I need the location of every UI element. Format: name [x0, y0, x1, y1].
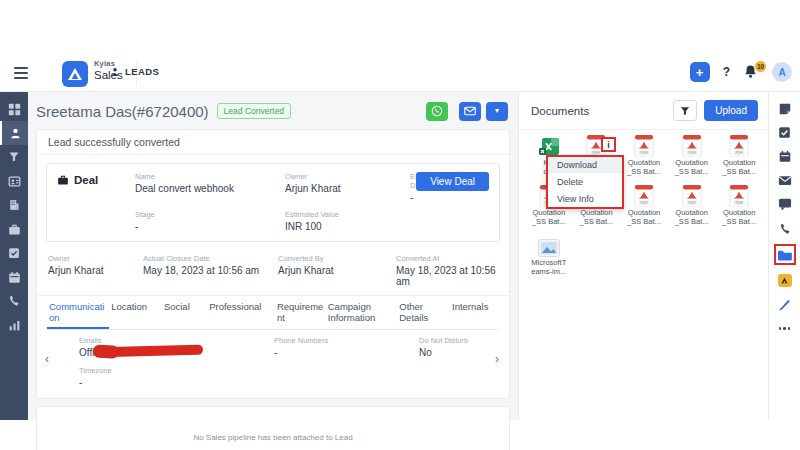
email-button[interactable]	[459, 102, 481, 121]
note-icon	[778, 102, 792, 116]
rail-item-notes[interactable]	[774, 100, 796, 117]
sidebar-item-meetings[interactable]	[0, 265, 28, 289]
sidebar-item-leads[interactable]	[0, 121, 28, 145]
field-value: -	[135, 221, 285, 232]
caret-down-icon: ▾	[495, 107, 499, 115]
document-name: _SS Bat...	[670, 218, 714, 227]
scroll-left-chevron[interactable]: ‹	[45, 352, 49, 366]
deal-bag-icon	[57, 174, 69, 186]
filter-button[interactable]	[673, 100, 697, 121]
rail-item-tasks[interactable]	[774, 124, 796, 141]
tab-campaign-information[interactable]: Campaign Information	[326, 296, 398, 327]
rail-item-meetings[interactable]	[774, 148, 796, 165]
communication-fields: ‹ › Emails Office Phone Numbers- Do Not …	[37, 330, 509, 398]
document-item-image[interactable]: MicrosoftT eams-im...	[525, 234, 573, 280]
rail-item-chat[interactable]	[774, 196, 796, 213]
tab-internals[interactable]: Internals	[450, 296, 499, 316]
tab-communication[interactable]: Communication	[47, 296, 109, 329]
document-name: Quotation	[670, 209, 714, 218]
field-value: May 18, 2023 at 10:56 am	[143, 265, 278, 276]
sidebar-item-calls[interactable]	[0, 289, 28, 313]
sidebar-item-tasks[interactable]	[0, 241, 28, 265]
tab-professional[interactable]: Professional	[207, 296, 275, 316]
whatsapp-icon	[431, 105, 443, 117]
document-item-pdf[interactable]: PDF Quotation _SS Bat...	[668, 184, 716, 230]
document-item-pdf[interactable]: PDF Quotation _SS Bat...	[620, 184, 668, 230]
lead-converted-badge: Lead Converted	[217, 103, 292, 119]
lead-detail-tabs: Communication Location Social Profession…	[47, 296, 499, 330]
rail-item-documents-active[interactable]	[774, 244, 796, 265]
view-deal-button[interactable]: View Deal	[416, 172, 489, 191]
tab-other-details[interactable]: Other Details	[397, 296, 450, 327]
menu-item-view-info[interactable]: View Info	[548, 191, 622, 207]
field-label: Do Not Disturb	[419, 336, 479, 345]
document-name: Quotation	[717, 209, 761, 218]
conversion-alert: Lead successfully converted	[37, 130, 509, 155]
pdf-file-icon: PDF	[634, 134, 654, 157]
folder-icon	[777, 249, 792, 261]
rail-item-calls[interactable]	[774, 220, 796, 237]
field-label: Phone Numbers	[274, 336, 419, 345]
phone-icon	[8, 295, 20, 307]
sidebar-item-contacts[interactable]	[0, 169, 28, 193]
lead-actions: ▾	[426, 102, 508, 121]
add-button[interactable]: +	[690, 62, 710, 82]
rail-item-quotes[interactable]	[774, 296, 796, 313]
sidebar-item-dashboard[interactable]	[0, 97, 28, 121]
upload-button[interactable]: Upload	[704, 100, 758, 121]
svg-text:PDF: PDF	[640, 151, 648, 155]
sidebar-item-companies[interactable]	[0, 193, 28, 217]
documents-title: Documents	[531, 105, 589, 117]
document-item-pdf[interactable]: PDF Quotation _SS Bat...	[715, 184, 763, 230]
building-icon	[8, 199, 20, 211]
image-file-icon	[538, 234, 560, 257]
field-value: Arjun Kharat	[48, 265, 143, 276]
tab-location[interactable]: Location	[109, 296, 162, 316]
menu-item-delete[interactable]: Delete	[548, 174, 622, 190]
funnel-icon	[8, 151, 20, 163]
document-info-button[interactable]: i	[601, 137, 616, 152]
document-item-pdf[interactable]: PDF Quotation _SS Bat...	[620, 134, 668, 180]
menu-item-download[interactable]: Download	[548, 157, 622, 173]
sidebar-item-products[interactable]	[0, 217, 28, 241]
kylas-logo	[62, 61, 88, 87]
field-label: Actual Closure Date	[143, 254, 278, 263]
main-content: Sreetama Das(#6720400) Lead Converted ▾ …	[28, 92, 518, 420]
leads-person-icon	[9, 127, 22, 140]
rail-item-more[interactable]	[774, 320, 796, 337]
notifications-bell-icon[interactable]: 10	[743, 64, 759, 80]
more-actions-dropdown-button[interactable]: ▾	[486, 102, 508, 121]
person-icon	[110, 67, 120, 77]
document-name: _SS Bat...	[527, 218, 571, 227]
excel-file-icon	[539, 134, 559, 157]
svg-text:PDF: PDF	[688, 201, 696, 205]
svg-text:PDF: PDF	[640, 201, 648, 205]
bar-chart-icon	[8, 319, 21, 332]
tab-requirement[interactable]: Requirement	[275, 296, 326, 327]
document-name: Quotation	[622, 159, 666, 168]
right-sidebar	[768, 92, 800, 420]
rail-item-email[interactable]	[774, 172, 796, 189]
hamburger-menu-icon[interactable]	[14, 67, 28, 79]
nav-leads[interactable]: LEADS	[110, 66, 159, 77]
document-item-pdf[interactable]: PDF Quotation _SS Bat...	[668, 134, 716, 180]
document-item-pdf[interactable]: PDF Quotation _SS Bat...	[715, 134, 763, 180]
document-name: _SS Bat...	[717, 218, 761, 227]
scroll-right-chevron[interactable]: ›	[495, 352, 499, 366]
help-button[interactable]: ?	[723, 65, 730, 79]
document-name: _SS Bat...	[622, 218, 666, 227]
sidebar-item-reports[interactable]	[0, 313, 28, 337]
tab-social[interactable]: Social	[162, 296, 207, 316]
user-avatar[interactable]: A	[772, 62, 792, 82]
app-window: Kylas Sales LEADS + ? 10 A	[0, 55, 800, 420]
document-name: Quotation	[670, 159, 714, 168]
document-name: _SS Bat...	[670, 168, 714, 177]
topbar-actions: + ? 10 A	[690, 62, 792, 82]
pdf-file-icon: PDF	[682, 184, 702, 207]
sidebar-item-deals[interactable]	[0, 145, 28, 169]
kylas-logo-icon	[67, 67, 83, 81]
rail-item-automation[interactable]	[774, 272, 796, 289]
document-context-menu: Download Delete View Info	[546, 155, 624, 209]
whatsapp-button[interactable]	[426, 102, 448, 121]
dashboard-grid-icon	[8, 103, 21, 116]
